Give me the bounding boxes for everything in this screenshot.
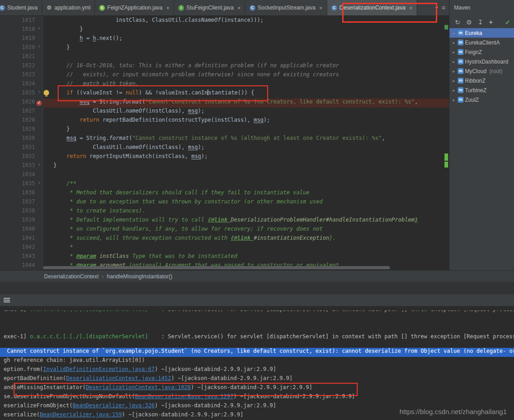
code-line[interactable]: * on configured handlers, if any, to all… [43,226,449,235]
code-line[interactable] [43,53,449,62]
line-number[interactable]: 1037 [0,198,43,208]
line-number[interactable]: 1024 [0,80,43,89]
line-number[interactable]: 1044 [0,262,43,270]
stack-trace-link[interactable]: BeanDeserializer.java:326 [73,402,155,409]
code-line[interactable]: * to create instances). [43,208,449,217]
line-number[interactable]: 1033∧ [0,162,43,171]
tab-close-icon[interactable]: × [166,5,170,11]
breakpoint-icon[interactable]: ✓ [36,100,42,106]
code-line[interactable]: // match with token. [43,80,449,89]
editor-code-area[interactable]: instClass, ClassUtil.classNameOf(instanc… [43,16,449,270]
tab-close-icon[interactable]: × [409,5,413,11]
add-maven-project-icon[interactable] [489,19,493,26]
console-line[interactable]: Cannot construct instance of `org.exampl… [0,348,514,357]
stack-trace-link[interactable]: BeanDeserializer.java:159 [40,411,122,418]
reimport-maven-icon[interactable] [455,19,460,26]
fold-marker-icon[interactable]: ∧ [36,26,42,30]
console-menu-icon[interactable] [4,298,10,302]
code-line[interactable]: msg = String.format("Cannot construct in… [43,135,449,144]
chevron-right-icon[interactable]: ▸ [451,88,456,93]
maven-item-eurekaclienta[interactable]: ▸mEurekaClientA [449,38,514,47]
code-line[interactable]: ClassUtil.nameOf(instClass), msg); [43,144,449,153]
download-sources-icon[interactable] [478,19,483,26]
breadcrumb-item-deserializationcontext[interactable]: DeserializationContext [44,273,99,280]
code-line[interactable]: // exists), or input mismatch problem (o… [43,71,449,80]
tab-close-icon[interactable]: × [319,5,323,11]
tab-menu-icon[interactable] [442,4,445,11]
line-number[interactable]: 1028 [0,117,43,126]
maven-settings-icon[interactable] [466,19,472,26]
breadcrumb-item-handlemissinginstantiator[interactable]: handleMissingInstantiator() [107,273,172,280]
maven-item-hystrixdashboard[interactable]: ▸mHystrixDashboard [449,57,514,66]
line-number[interactable]: 1043 [0,253,43,262]
code-line[interactable]: } [43,44,449,53]
fold-marker-icon[interactable]: ∧ [36,162,42,167]
line-number[interactable]: 1023 [0,71,43,80]
intention-bulb-icon[interactable] [44,90,49,95]
maven-item-turbinez[interactable]: ▸mTurbineZ [449,85,514,95]
line-number[interactable]: 1036 [0,189,43,198]
line-number[interactable]: 1019 [0,35,43,44]
code-line[interactable]: // 16-Oct-2016, tatu: This is either a d… [43,62,449,71]
line-number[interactable]: 1020∧ [0,44,43,53]
line-number[interactable]: 1026✓ [0,99,43,108]
tab-list-dropdown-icon[interactable] [435,5,438,11]
stack-trace-link[interactable]: DeserializationContext.java:1452 [66,375,171,381]
code-line[interactable]: if ((valueInst != null) && !valueInst.ca… [43,89,449,99]
line-number[interactable]: 1017 [0,17,43,26]
maven-item-feignz[interactable]: ▸mFeignZ [449,47,514,57]
line-number[interactable]: 1031 [0,144,43,153]
stack-trace-link[interactable]: InvalidDefinitionException.java:67 [43,366,155,372]
code-line[interactable]: instClass, ClassUtil.classNameOf(instanc… [43,17,449,26]
line-number[interactable]: 1027 [0,108,43,117]
stack-trace-link[interactable]: DeserializationContext.java:1028 [86,384,191,390]
editor-tab-stufeignclient-java[interactable]: IStuFeignClient.java× [174,0,245,15]
editor-tab-feignzapplication-java[interactable]: SFeignZApplication.java× [95,0,174,15]
code-line[interactable]: } [43,26,449,35]
line-number[interactable]: 1030 [0,135,43,144]
code-line[interactable]: return reportBadDefinition(constructType… [43,117,449,126]
line-number[interactable]: 1038 [0,208,43,217]
chevron-right-icon[interactable]: ▸ [451,50,456,54]
line-number[interactable]: 1042 [0,244,43,253]
line-number[interactable]: 1022 [0,62,43,71]
stack-trace-link[interactable]: BeanDeserializerBase.java:1297 [135,393,234,400]
line-number[interactable]: 1041 [0,235,43,244]
line-number[interactable]: 1034 [0,171,43,180]
line-number[interactable]: 1025∧ [0,89,43,99]
editor-tab-deserializationcontext-java[interactable]: CDeserializationContext.java× [327,0,417,15]
line-number[interactable]: 1021 [0,53,43,62]
chevron-right-icon[interactable]: ▸ [451,59,456,64]
chevron-right-icon[interactable]: ▸ [451,40,456,45]
line-number[interactable]: 1040 [0,226,43,235]
chevron-right-icon[interactable]: ▸ [451,31,456,35]
line-number[interactable]: 1032 [0,153,43,162]
tab-close-icon[interactable]: × [237,5,241,11]
fold-marker-icon[interactable]: ∧ [36,44,42,49]
editor-scroll-marks[interactable] [444,16,449,270]
code-line[interactable]: } [43,162,449,171]
code-line[interactable]: * Method that deserializers should call … [43,189,449,198]
maven-item-ribbonz[interactable]: ▸mRibbonZ [449,76,514,85]
code-line[interactable]: } [43,126,449,135]
code-line[interactable]: return reportInputMismatch(instClass, ms… [43,153,449,162]
editor-tab-application-yml[interactable]: ⚙application.yml [42,0,95,15]
fold-marker-icon[interactable]: ∧ [36,89,42,94]
maven-item-zuulz[interactable]: ▸mZuulZ [449,95,514,104]
line-number[interactable]: 1018∧ [0,26,43,35]
code-line[interactable]: * Default implementation will try to cal… [43,217,449,226]
code-line[interactable]: /** [43,180,449,189]
maven-item-mycloud[interactable]: ▸mMyCloud (root) [449,66,514,76]
horizontal-scrollbar[interactable] [43,266,390,269]
chevron-right-icon[interactable]: ▸ [451,98,456,102]
editor-tab-student-java[interactable]: CStudent.java [0,0,42,15]
code-line[interactable]: * @param instClass Type that was to be i… [43,253,449,262]
chevron-right-icon[interactable]: ▸ [451,69,456,74]
line-number[interactable]: 1029 [0,126,43,135]
editor-tab-socketinputstream-java[interactable]: CSocketInputStream.java× [245,0,327,15]
code-line[interactable]: h = h.next(); [43,35,449,44]
maven-item-eureka[interactable]: ▸mEureka [449,28,514,38]
code-line[interactable]: ClassUtil.nameOf(instClass), msg); [43,108,449,117]
code-line[interactable]: * succeed, will throw exception construc… [43,235,449,244]
code-line[interactable]: msg = String.format("Cannot construct in… [43,99,449,108]
